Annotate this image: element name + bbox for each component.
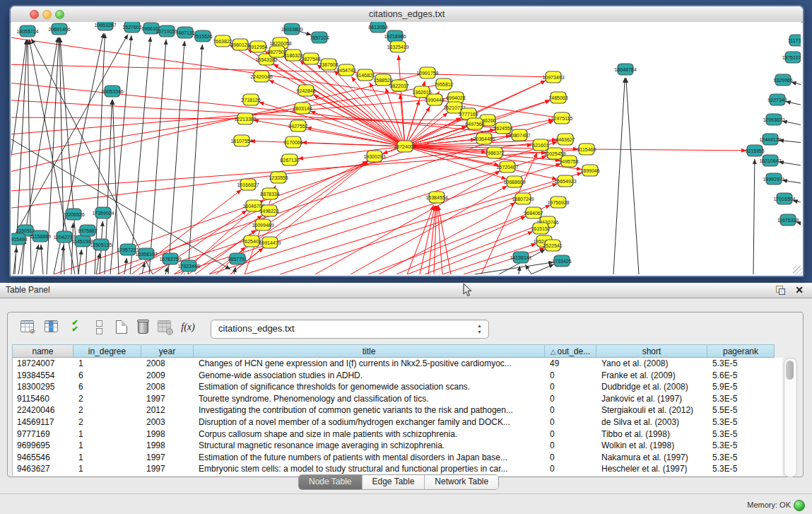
delete-column-button[interactable]: [134, 317, 152, 336]
column-header-short[interactable]: short: [596, 344, 707, 358]
graph-edge[interactable]: [78, 250, 81, 274]
graph-node[interactable]: 15654923: [554, 175, 576, 187]
graph-edge[interactable]: [782, 180, 801, 185]
graph-node[interactable]: 18107554: [230, 135, 252, 146]
graph-node[interactable]: 10807487: [508, 129, 530, 141]
graph-node[interactable]: 8454743: [336, 64, 355, 76]
graph-edge[interactable]: [184, 274, 185, 274]
column-header-out_de[interactable]: △out_de...: [545, 344, 596, 358]
graph-node[interactable]: 7663822: [213, 35, 232, 47]
graph-node[interactable]: 7986372: [485, 147, 504, 158]
column-header-in_degree[interactable]: in_degree: [73, 344, 141, 358]
graph-node[interactable]: 9463627: [555, 134, 575, 145]
graph-node[interactable]: 19218986: [384, 30, 406, 42]
close-panel-icon[interactable]: ✕: [795, 284, 804, 296]
graph-edge[interactable]: [531, 264, 554, 274]
graph-edge[interactable]: [587, 149, 746, 151]
graph-edge[interactable]: [124, 258, 126, 274]
graph-node[interactable]: 8822037: [389, 80, 408, 91]
select-all-button[interactable]: ✔✔: [66, 317, 84, 336]
graph-node[interactable]: 9215955: [745, 145, 764, 156]
splitter-handle[interactable]: [401, 279, 410, 286]
graph-node[interactable]: 9242848: [296, 85, 315, 96]
graph-node[interactable]: 15720407: [496, 161, 518, 173]
graph-node[interactable]: 9827548: [301, 53, 320, 64]
table-row[interactable]: 1456911722003Disruption of a novel membe…: [13, 416, 782, 428]
citation-graph[interactable]: 1405572420691406106532871527602696616110…: [11, 22, 801, 274]
graph-edge[interactable]: [779, 140, 801, 144]
graph-edge[interactable]: [33, 245, 39, 274]
graph-node[interactable]: 1899046: [580, 165, 599, 176]
new-column-button[interactable]: [112, 317, 131, 336]
graph-node[interactable]: 8427552: [288, 120, 307, 132]
graph-node[interactable]: 8960128: [230, 39, 249, 50]
graph-node[interactable]: 8878334: [260, 188, 279, 199]
graph-node[interactable]: 8912954: [248, 41, 267, 52]
graph-node[interactable]: 12093872: [763, 114, 784, 125]
graph-node[interactable]: 621601: [532, 139, 548, 151]
graph-node[interactable]: 3915498: [11, 233, 28, 245]
graph-node[interactable]: 15751074: [782, 52, 801, 63]
table-row[interactable]: 911546021997Tourette syndrome. Phenomeno…: [13, 393, 782, 405]
tab-network-table[interactable]: Network Table: [425, 475, 498, 489]
graph-edge[interactable]: [792, 82, 801, 87]
graph-edge[interactable]: [139, 142, 558, 274]
table-row[interactable]: 1830029562008Estimation of significance …: [13, 381, 782, 393]
graph-node[interactable]: 2718126: [241, 94, 260, 105]
graph-edge[interactable]: [626, 78, 639, 274]
graph-node[interactable]: 9684067: [524, 207, 543, 218]
network-file-select[interactable]: citations_edges.txt ▲▼: [211, 320, 489, 339]
graph-node[interactable]: 9115460: [577, 144, 596, 155]
column-header-title[interactable]: title: [194, 344, 545, 358]
graph-node[interactable]: 14055724: [16, 25, 38, 37]
graph-edge[interactable]: [61, 245, 64, 274]
table-row[interactable]: 969969511998Structural magnetic resonanc…: [13, 440, 782, 452]
table-row[interactable]: 946554611997Estimation of the future num…: [13, 452, 782, 464]
table-row[interactable]: 946362711997Embryonic stem cells: a mode…: [13, 463, 782, 475]
graph-node[interactable]: 12444138: [759, 134, 781, 145]
graph-node[interactable]: 8186328: [283, 49, 302, 61]
graph-node[interactable]: 9495758: [559, 156, 578, 167]
graph-node[interactable]: 18325419: [387, 41, 408, 52]
graph-edge[interactable]: [396, 216, 526, 274]
graph-node[interactable]: 7857224: [310, 32, 329, 43]
graph-edge[interactable]: [130, 37, 151, 274]
graph-edge[interactable]: [259, 102, 405, 146]
delete-table-button[interactable]: [155, 317, 173, 336]
graph-node[interactable]: 1233555: [269, 172, 288, 183]
graph-node[interactable]: 17016504: [773, 193, 795, 204]
column-header-pagerank[interactable]: pagerank: [707, 344, 775, 358]
table-row[interactable]: 1938455462009Genome-wide association stu…: [13, 370, 782, 382]
graph-node[interactable]: 6497568: [465, 118, 484, 129]
graph-edge[interactable]: [71, 223, 73, 274]
graph-node[interactable]: 7485063: [548, 92, 567, 103]
graph-node[interactable]: 16033809: [281, 23, 302, 35]
graph-node[interactable]: 1733426: [552, 255, 571, 267]
graph-node[interactable]: 12975115: [551, 112, 573, 124]
graph-node[interactable]: 7955812: [434, 78, 453, 90]
graph-node[interactable]: 1615152: [531, 223, 550, 234]
graph-node[interactable]: 11156889: [30, 230, 51, 242]
graph-edge[interactable]: [779, 162, 801, 167]
graph-node[interactable]: 10719155: [155, 25, 177, 37]
graph-node[interactable]: 12213383: [234, 113, 256, 124]
column-header-name[interactable]: name: [12, 344, 73, 358]
graph-node[interactable]: 12923448: [177, 260, 199, 271]
graph-node[interactable]: 7515526: [193, 30, 212, 42]
graph-edge[interactable]: [149, 40, 166, 274]
clear-selection-button[interactable]: [90, 317, 108, 336]
graph-edge[interactable]: [188, 45, 202, 274]
graph-node[interactable]: 12505135: [90, 239, 112, 250]
graph-node[interactable]: 9975887: [78, 225, 97, 236]
graph-node[interactable]: 19992971: [763, 173, 784, 185]
graph-node[interactable]: 7467135: [175, 27, 194, 38]
graph-edge[interactable]: [11, 139, 565, 209]
network-canvas[interactable]: 1405572420691406106532871527602696616110…: [11, 22, 801, 274]
graph-node[interactable]: 10991758: [416, 67, 438, 78]
network-window-titlebar[interactable]: citations_edges.txt: [11, 6, 803, 23]
vertical-scrollbar[interactable]: [784, 358, 797, 477]
tab-node-table[interactable]: Node Table: [299, 475, 363, 489]
graph-node[interactable]: 10973493: [542, 71, 564, 83]
graph-node[interactable]: 10653287: [94, 22, 116, 30]
graph-node[interactable]: 8813054: [368, 22, 387, 33]
